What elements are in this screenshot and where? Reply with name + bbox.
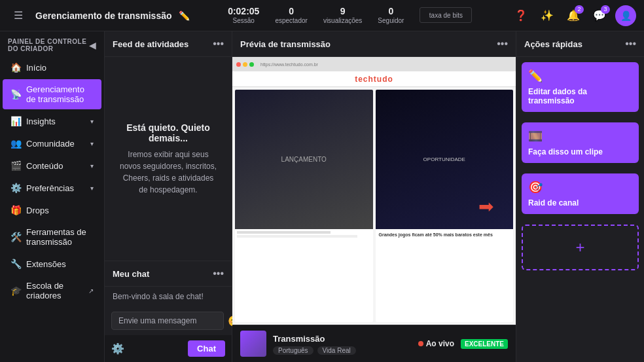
sidebar-item-insights[interactable]: 📊 Insights ▾ [3, 111, 101, 132]
close-dot [236, 62, 241, 67]
plus-icon: + [575, 238, 584, 257]
sidebar-item-gerenciamento[interactable]: 📡 Gerenciamento de transmissão [3, 79, 101, 109]
chevron-down-icon: ▾ [90, 118, 94, 125]
sidebar-item-comunidade[interactable]: 👥 Comunidade ▾ [3, 133, 101, 154]
clip-icon: 🎞️ [528, 129, 632, 143]
edit-title-icon[interactable]: ✏️ [179, 10, 190, 21]
spectators-label: espectador [275, 17, 307, 25]
avatar[interactable]: 👤 [615, 5, 636, 26]
left-panel-bottom: ⚙️ Chat [105, 335, 232, 362]
activity-feed-menu-button[interactable]: ••• [213, 38, 224, 50]
messages-button[interactable]: 💬 3 [589, 5, 610, 26]
chat-header: Meu chat ••• [105, 261, 232, 287]
sidebar-item-extensoes[interactable]: 🔧 Extensões [3, 253, 101, 274]
quick-action-raid[interactable]: 🎯 Raid de canal [522, 173, 639, 214]
chevron-down-icon: ▾ [90, 162, 94, 170]
stream-tag-lang: Português [273, 346, 313, 355]
help-button[interactable]: ❓ [510, 5, 531, 26]
sidebar-item-inicio[interactable]: 🏠 Início [3, 57, 101, 78]
chat-title: Meu chat [113, 269, 149, 279]
stream-info-bar: Transmissão Português Vida Real Ao vivo … [232, 325, 516, 362]
notifications-button[interactable]: 🔔 2 [563, 5, 584, 26]
raid-icon: 🎯 [528, 180, 632, 194]
preview-header: Prévia de transmissão ••• [232, 31, 516, 57]
fake-card-2: OPORTUNIDADE Grandes jogos ficam até 50%… [376, 90, 514, 322]
session-value: 0:02:05 [228, 6, 259, 17]
stat-followers: 0 Seguidor [378, 6, 404, 25]
drops-icon: 🎁 [10, 205, 21, 215]
sidebar-item-preferencias[interactable]: ⚙️ Preferências ▾ [3, 177, 101, 198]
broadcast-icon: 📡 [10, 89, 21, 100]
sidebar-item-drops[interactable]: 🎁 Drops [3, 200, 101, 221]
followers-label: Seguidor [378, 17, 404, 25]
quick-actions-menu-button[interactable]: ••• [625, 38, 636, 50]
followers-value: 0 [388, 6, 393, 17]
quick-actions-header: Ações rápidas ••• [516, 31, 644, 57]
quick-action-edit[interactable]: ✏️ Editar dados da transmissão [522, 62, 639, 112]
sidebar-item-escola[interactable]: 🎓 Escola de criadores ↗ [3, 276, 101, 306]
quick-actions-title: Ações rápidas [524, 39, 582, 49]
sidebar-label-conteudo: Conteúdo [26, 161, 63, 171]
stream-thumbnail [240, 331, 266, 357]
insights-icon: 📊 [10, 116, 21, 126]
live-badge: Ao vivo [418, 339, 454, 348]
live-text: Ao vivo [426, 339, 454, 348]
community-icon: 👥 [10, 138, 21, 149]
fake-browser-content: techtudo LANÇAMENTO [232, 71, 516, 325]
quick-action-clip[interactable]: 🎞️ Faça disso um clipe [522, 122, 639, 163]
sidebar-label-insights: Insights [26, 117, 56, 126]
chat-input[interactable] [111, 312, 224, 330]
chat-settings-button[interactable]: ⚙️ [111, 342, 124, 355]
topbar-left: ☰ Gerenciamento de transmissão ✏️ [8, 5, 190, 26]
preview-menu-button[interactable]: ••• [497, 38, 508, 50]
main-layout: PAINEL DE CONTROLE DO CRIADOR ◀ 🏠 Início… [0, 31, 644, 362]
sidebar: PAINEL DE CONTROLE DO CRIADOR ◀ 🏠 Início… [0, 31, 105, 362]
left-panel: Feed de atividades ••• Está quieto. Quie… [105, 31, 232, 362]
site-logo: techtudo [355, 75, 393, 84]
activity-feed-title: Feed de atividades [113, 39, 188, 49]
stat-session: 0:02:05 Sessão [228, 6, 259, 25]
activity-empty-title: Está quieto. Quieto demais... [118, 122, 219, 143]
fake-browser: https://www.techtudo.com.br techtudo LAN… [232, 57, 516, 325]
live-dot [418, 341, 423, 346]
right-panel: Ações rápidas ••• ✏️ Editar dados da tra… [516, 31, 644, 362]
arrow-overlay: ➡ [478, 195, 493, 217]
add-quick-action-button[interactable]: + [522, 225, 639, 270]
preview-panel: Prévia de transmissão ••• https://www.te… [232, 31, 516, 362]
sidebar-label-ferramentas: Ferramentas de transmissão [26, 227, 94, 247]
preview-title: Prévia de transmissão [240, 39, 331, 49]
fake-card-1: LANÇAMENTO [235, 90, 373, 322]
chevron-down-icon: ▾ [90, 140, 94, 147]
raid-label: Raid de canal [528, 198, 632, 208]
stream-tags: Português Vida Real [273, 346, 412, 355]
sidebar-label-comunidade: Comunidade [26, 139, 75, 149]
tools-icon: 🛠️ [10, 232, 21, 242]
card-image-1: LANÇAMENTO [235, 90, 373, 229]
chevron-down-icon: ▾ [90, 185, 94, 192]
chat-welcome-message: Bem-vindo à sala de chat! [105, 287, 232, 306]
topbar-right: ❓ ✨ 🔔 2 💬 3 👤 [510, 5, 636, 26]
stream-details: Transmissão Português Vida Real [273, 333, 412, 355]
sidebar-header-title: PAINEL DE CONTROLE DO CRIADOR [8, 38, 89, 52]
sidebar-label-escola: Escola de criadores [26, 281, 88, 300]
preview-image: https://www.techtudo.com.br techtudo LAN… [232, 57, 516, 325]
chat-input-area: 😊 [105, 306, 232, 335]
notifications-badge: 2 [575, 5, 584, 14]
activity-feed-header: Feed de atividades ••• [105, 31, 232, 57]
sidebar-item-conteudo[interactable]: 🎬 Conteúdo ▾ [3, 155, 101, 176]
sidebar-collapse-icon[interactable]: ◀ [89, 40, 96, 50]
chat-submit-button[interactable]: Chat [188, 340, 225, 357]
sidebar-label-preferencias: Preferências [26, 183, 74, 193]
edit-icon: ✏️ [528, 69, 632, 83]
stream-tag-category: Vida Real [317, 346, 356, 355]
clip-label: Faça disso um clipe [528, 147, 632, 156]
magic-button[interactable]: ✨ [537, 5, 558, 26]
minimize-dot [243, 62, 247, 67]
topbar-title: Gerenciamento de transmissão [35, 10, 172, 21]
fake-site-body: LANÇAMENTO OPORTUNIDADE [232, 87, 516, 325]
chat-menu-button[interactable]: ••• [213, 268, 224, 280]
menu-button[interactable]: ☰ [8, 5, 29, 26]
messages-badge: 3 [601, 5, 610, 14]
topbar: ☰ Gerenciamento de transmissão ✏️ 0:02:0… [0, 0, 644, 31]
sidebar-item-ferramentas[interactable]: 🛠️ Ferramentas de transmissão [3, 222, 101, 252]
